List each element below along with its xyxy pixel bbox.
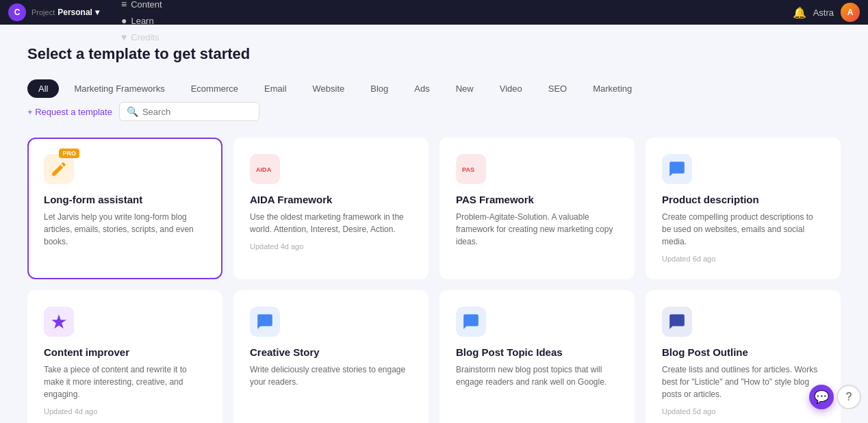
- card-icon: PAS: [456, 154, 486, 184]
- card-description: Take a piece of content and rewrite it t…: [44, 363, 206, 400]
- learn-icon: ●: [121, 15, 127, 26]
- credits-icon: ♥: [121, 31, 127, 42]
- template-card-blog-post-topic-ideas[interactable]: Blog Post Topic Ideas Brainstorm new blo…: [439, 290, 635, 423]
- card-description: Create lists and outlines for articles. …: [662, 363, 824, 400]
- search-box: 🔍: [119, 102, 259, 121]
- card-description: Write deliciously creative stories to en…: [250, 363, 412, 388]
- card-title: Blog Post Topic Ideas: [456, 346, 618, 358]
- card-description: Brainstorm new blog post topics that wil…: [456, 363, 618, 388]
- filter-tab-blog[interactable]: Blog: [359, 79, 399, 98]
- nav-item-content[interactable]: ≡Content: [113, 0, 186, 12]
- card-icon: AIDA: [250, 154, 280, 184]
- nav-label-content: Content: [131, 0, 162, 10]
- template-card-product-description[interactable]: Product description Create compelling pr…: [646, 138, 841, 279]
- card-title: Long-form assistant: [44, 194, 206, 205]
- filter-tab-new[interactable]: New: [445, 79, 485, 98]
- filter-tabs: AllMarketing FrameworksEcommerceEmailWeb…: [27, 79, 643, 98]
- nav-item-learn[interactable]: ●Learn: [113, 12, 186, 29]
- card-description: Create compelling product descriptions t…: [662, 211, 824, 248]
- search-icon: 🔍: [127, 106, 138, 117]
- filter-tab-video[interactable]: Video: [489, 79, 533, 98]
- user-avatar[interactable]: A: [841, 3, 860, 22]
- template-card-creative-story[interactable]: Creative Story Write deliciously creativ…: [233, 290, 429, 423]
- svg-text:AIDA: AIDA: [256, 166, 272, 173]
- filter-right: + Request a template 🔍: [27, 102, 259, 121]
- nav-item-credits[interactable]: ♥Credits: [113, 29, 186, 45]
- card-updated: Updated 6d ago: [662, 255, 824, 263]
- request-template-button[interactable]: + Request a template: [27, 107, 112, 117]
- card-title: Blog Post Outline: [662, 346, 824, 358]
- card-icon-wrapper: [456, 307, 486, 346]
- nav-label-credits: Credits: [131, 32, 159, 42]
- card-title: Product description: [662, 194, 824, 205]
- card-icon: [44, 154, 74, 184]
- username-label: Astra: [813, 8, 834, 18]
- filter-tab-seo[interactable]: SEO: [537, 79, 578, 98]
- page-title: Select a template to get started: [27, 45, 841, 63]
- template-card-grid: PRO Long-form assistant Let Jarvis help …: [27, 138, 841, 423]
- content-icon: ≡: [121, 0, 127, 10]
- card-description: Problem-Agitate-Solution. A valuable fra…: [456, 211, 618, 248]
- card-icon: [662, 307, 692, 337]
- logo[interactable]: C: [8, 3, 26, 21]
- filter-tabs-row: AllMarketing FrameworksEcommerceEmailWeb…: [27, 79, 841, 121]
- card-icon-wrapper: [662, 307, 692, 346]
- filter-tab-marketing-frameworks[interactable]: Marketing Frameworks: [63, 79, 175, 98]
- filter-tab-marketing[interactable]: Marketing: [582, 79, 643, 98]
- notification-bell-icon[interactable]: 🔔: [793, 6, 806, 19]
- card-icon-wrapper: [662, 154, 692, 194]
- card-description: Use the oldest marketing framework in th…: [250, 211, 412, 235]
- template-card-content-improver[interactable]: Content improver Take a piece of content…: [27, 290, 222, 423]
- chevron-icon: ▾: [95, 8, 99, 17]
- filter-tab-ecommerce[interactable]: Ecommerce: [180, 79, 249, 98]
- card-icon: [456, 307, 486, 337]
- card-icon-wrapper: AIDA: [250, 154, 280, 194]
- template-card-pas-framework[interactable]: PAS PAS Framework Problem-Agitate-Soluti…: [439, 138, 635, 279]
- template-card-long-form-assistant[interactable]: PRO Long-form assistant Let Jarvis help …: [27, 138, 222, 279]
- filter-tab-all[interactable]: All: [27, 79, 59, 98]
- nav-items: ⊞Dashboard≡Content●Learn♥Credits: [113, 0, 186, 45]
- card-title: AIDA Framework: [250, 194, 412, 205]
- card-description: Let Jarvis help you write long-form blog…: [44, 211, 206, 248]
- filter-tab-ads[interactable]: Ads: [403, 79, 440, 98]
- project-selector[interactable]: Project Personal ▾: [31, 8, 99, 17]
- topnav-right: 🔔 Astra A: [793, 3, 860, 22]
- search-input[interactable]: [142, 107, 252, 117]
- topnav: C Project Personal ▾ ⊞Dashboard≡Content●…: [0, 0, 868, 25]
- card-updated: Updated 4d ago: [250, 242, 412, 251]
- chat-button[interactable]: 💬: [809, 385, 834, 409]
- filter-tab-email[interactable]: Email: [253, 79, 298, 98]
- card-icon-wrapper: PAS: [456, 154, 486, 194]
- card-icon: [662, 154, 692, 184]
- card-icon-wrapper: [250, 307, 280, 346]
- svg-text:PAS: PAS: [462, 166, 474, 173]
- help-button[interactable]: ?: [837, 385, 861, 409]
- card-icon: [250, 307, 280, 337]
- card-title: Content improver: [44, 346, 206, 358]
- card-icon-wrapper: PRO: [44, 154, 74, 194]
- main-content: Select a template to get started AllMark…: [0, 25, 868, 423]
- card-updated: Updated 4d ago: [44, 407, 206, 415]
- project-label: Project: [31, 8, 55, 16]
- nav-label-learn: Learn: [131, 16, 153, 26]
- card-icon: [44, 307, 74, 337]
- filter-tab-website[interactable]: Website: [302, 79, 356, 98]
- template-card-aida-framework[interactable]: AIDA AIDA Framework Use the oldest marke…: [233, 138, 429, 279]
- pro-badge: PRO: [59, 149, 79, 158]
- project-name: Personal: [58, 8, 92, 17]
- card-updated: Updated 5d ago: [662, 407, 824, 415]
- card-icon-wrapper: [44, 307, 74, 346]
- card-title: Creative Story: [250, 346, 412, 358]
- card-title: PAS Framework: [456, 194, 618, 205]
